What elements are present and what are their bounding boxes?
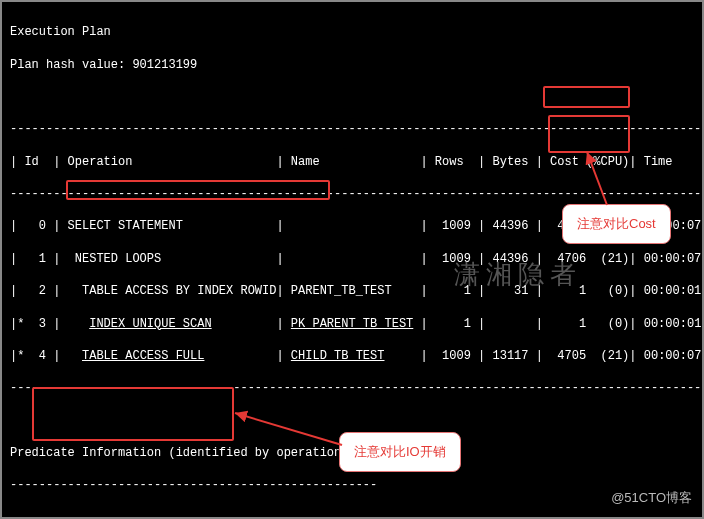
callout-io: 注意对比IO开销: [339, 432, 461, 472]
predicate-divider: ----------------------------------------…: [10, 477, 694, 493]
plan-hash: Plan hash value: 901213199: [10, 57, 694, 73]
table-divider: ----------------------------------------…: [10, 121, 694, 137]
callout-cost: 注意对比Cost: [562, 204, 671, 244]
table-divider: ----------------------------------------…: [10, 186, 694, 202]
plan-row: |* 3 | INDEX UNIQUE SCAN | PK_PARENT_TB_…: [10, 316, 694, 332]
plan-row: |* 4 | TABLE ACCESS FULL | CHILD_TB_TEST…: [10, 348, 694, 364]
plan-row: | 2 | TABLE ACCESS BY INDEX ROWID| PAREN…: [10, 283, 694, 299]
table-header: | Id | Operation | Name | Rows | Bytes |…: [10, 154, 694, 170]
plan-title: Execution Plan: [10, 24, 694, 40]
table-divider: ----------------------------------------…: [10, 380, 694, 396]
plan-row: | 1 | NESTED LOOPS | | 1009 | 44396 | 47…: [10, 251, 694, 267]
